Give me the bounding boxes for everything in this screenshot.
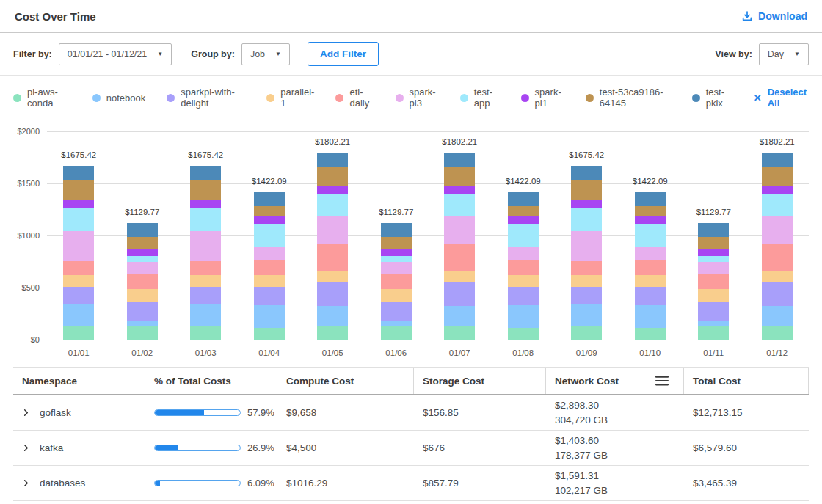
bar-segment-pi-aws-conda[interactable] <box>127 326 158 340</box>
legend-item-spark-pi3[interactable]: spark-pi3 <box>396 87 439 109</box>
legend-item-parallel-1[interactable]: parallel-1 <box>266 87 314 109</box>
bar-segment-etl-daily[interactable] <box>317 244 348 271</box>
stacked-bar-01/06[interactable] <box>381 223 412 340</box>
bar-segment-spark-pi3[interactable] <box>762 216 793 244</box>
bar-segment-test-pkix[interactable] <box>762 153 793 167</box>
legend-item-test-53ca9186-64145[interactable]: test-53ca9186-64145 <box>586 87 671 109</box>
bar-segment-spark-pi1[interactable] <box>381 249 412 256</box>
stacked-bar-01/05[interactable] <box>317 153 348 340</box>
bar-segment-test-app[interactable] <box>571 208 602 232</box>
bar-segment-notebook[interactable] <box>635 305 666 328</box>
bar-segment-sparkpi-with-delight[interactable] <box>254 287 285 305</box>
bar-segment-notebook[interactable] <box>317 306 348 326</box>
bar-segment-pi-aws-conda[interactable] <box>698 326 729 340</box>
bar-segment-notebook[interactable] <box>698 321 729 326</box>
bar-segment-spark-pi3[interactable] <box>317 216 348 244</box>
column-menu-icon[interactable] <box>654 375 670 387</box>
stacked-bar-01/07[interactable] <box>444 153 475 340</box>
bar-segment-spark-pi1[interactable] <box>190 200 221 208</box>
bar-segment-test-pkix[interactable] <box>571 166 602 180</box>
bar-segment-etl-daily[interactable] <box>762 244 793 271</box>
bar-segment-spark-pi1[interactable] <box>127 249 158 256</box>
bar-segment-test-app[interactable] <box>635 224 666 247</box>
bar-segment-notebook[interactable] <box>254 305 285 328</box>
bar-segment-pi-aws-conda[interactable] <box>444 326 475 340</box>
bar-segment-spark-pi3[interactable] <box>190 231 221 261</box>
bar-segment-parallel-1[interactable] <box>571 275 602 287</box>
date-range-select[interactable]: 01/01/21 - 01/12/21 ▼ <box>59 43 172 65</box>
bar-segment-parallel-1[interactable] <box>381 289 412 302</box>
bar-segment-sparkpi-with-delight[interactable] <box>190 287 221 304</box>
bar-segment-test-app[interactable] <box>381 256 412 262</box>
bar-segment-etl-daily[interactable] <box>127 274 158 288</box>
column-header-total-cost[interactable]: Total Cost <box>684 368 809 394</box>
bar-segment-spark-pi3[interactable] <box>381 262 412 274</box>
bar-segment-spark-pi1[interactable] <box>571 200 602 208</box>
stacked-bar-01/02[interactable] <box>127 223 158 340</box>
bar-segment-test-53ca9186-64145[interactable] <box>571 180 602 200</box>
bar-segment-test-app[interactable] <box>63 208 94 232</box>
bar-segment-test-app[interactable] <box>508 224 539 247</box>
bar-segment-notebook[interactable] <box>762 306 793 326</box>
bar-segment-parallel-1[interactable] <box>762 271 793 282</box>
legend-item-test-pkix[interactable]: test-pkix <box>692 87 732 109</box>
stacked-bar-01/04[interactable] <box>254 192 285 340</box>
bar-segment-sparkpi-with-delight[interactable] <box>762 282 793 306</box>
namespace-name[interactable]: kafka <box>40 442 63 453</box>
bar-segment-test-pkix[interactable] <box>190 166 221 180</box>
bar-segment-spark-pi3[interactable] <box>508 247 539 260</box>
column-header-storage-cost[interactable]: Storage Cost <box>414 368 546 394</box>
bar-segment-notebook[interactable] <box>571 304 602 327</box>
bar-segment-test-53ca9186-64145[interactable] <box>127 237 158 249</box>
bar-segment-spark-pi3[interactable] <box>254 247 285 260</box>
bar-segment-sparkpi-with-delight[interactable] <box>63 287 94 304</box>
add-filter-button[interactable]: Add Filter <box>308 42 379 66</box>
column-header-namespace[interactable]: Namespace <box>13 368 145 394</box>
view-by-select[interactable]: Day ▼ <box>759 43 809 65</box>
bar-segment-test-53ca9186-64145[interactable] <box>635 206 666 216</box>
bar-segment-spark-pi1[interactable] <box>635 216 666 223</box>
bar-segment-etl-daily[interactable] <box>571 261 602 275</box>
bar-segment-sparkpi-with-delight[interactable] <box>444 282 475 306</box>
bar-segment-parallel-1[interactable] <box>63 275 94 287</box>
bar-segment-test-app[interactable] <box>254 224 285 247</box>
legend-item-spark-pi1[interactable]: spark-pi1 <box>521 87 564 109</box>
bar-segment-test-53ca9186-64145[interactable] <box>254 206 285 216</box>
stacked-bar-01/10[interactable] <box>635 192 666 340</box>
bar-segment-test-pkix[interactable] <box>254 192 285 206</box>
bar-segment-etl-daily[interactable] <box>381 274 412 288</box>
bar-segment-parallel-1[interactable] <box>127 289 158 302</box>
bar-segment-sparkpi-with-delight[interactable] <box>635 287 666 305</box>
bar-segment-parallel-1[interactable] <box>190 275 221 287</box>
bar-segment-parallel-1[interactable] <box>254 275 285 287</box>
bar-segment-test-53ca9186-64145[interactable] <box>63 180 94 200</box>
stacked-bar-01/03[interactable] <box>190 166 221 340</box>
bar-segment-pi-aws-conda[interactable] <box>635 328 666 340</box>
bar-segment-parallel-1[interactable] <box>317 271 348 282</box>
bar-segment-sparkpi-with-delight[interactable] <box>571 287 602 304</box>
bar-segment-test-53ca9186-64145[interactable] <box>190 180 221 200</box>
bar-segment-test-app[interactable] <box>127 256 158 262</box>
bar-segment-test-pkix[interactable] <box>317 153 348 167</box>
bar-segment-test-app[interactable] <box>698 256 729 262</box>
bar-segment-notebook[interactable] <box>127 321 158 326</box>
bar-segment-test-pkix[interactable] <box>444 153 475 167</box>
bar-segment-spark-pi1[interactable] <box>317 186 348 194</box>
bar-segment-test-pkix[interactable] <box>63 166 94 180</box>
namespace-name[interactable]: goflask <box>40 407 71 418</box>
legend-item-pi-aws-conda[interactable]: pi-aws-conda <box>13 87 71 109</box>
bar-segment-test-53ca9186-64145[interactable] <box>508 206 539 216</box>
expand-chevron-icon[interactable] <box>22 479 30 487</box>
group-by-select[interactable]: Job ▼ <box>241 43 290 65</box>
bar-segment-parallel-1[interactable] <box>698 289 729 302</box>
bar-segment-test-pkix[interactable] <box>635 192 666 206</box>
bar-segment-test-app[interactable] <box>190 208 221 232</box>
namespace-name[interactable]: databases <box>40 478 85 489</box>
bar-segment-notebook[interactable] <box>63 304 94 327</box>
bar-segment-spark-pi1[interactable] <box>508 216 539 223</box>
bar-segment-test-pkix[interactable] <box>127 223 158 238</box>
bar-segment-test-app[interactable] <box>762 194 793 216</box>
bar-segment-parallel-1[interactable] <box>635 275 666 287</box>
bar-segment-spark-pi1[interactable] <box>63 200 94 208</box>
bar-segment-test-app[interactable] <box>317 194 348 216</box>
